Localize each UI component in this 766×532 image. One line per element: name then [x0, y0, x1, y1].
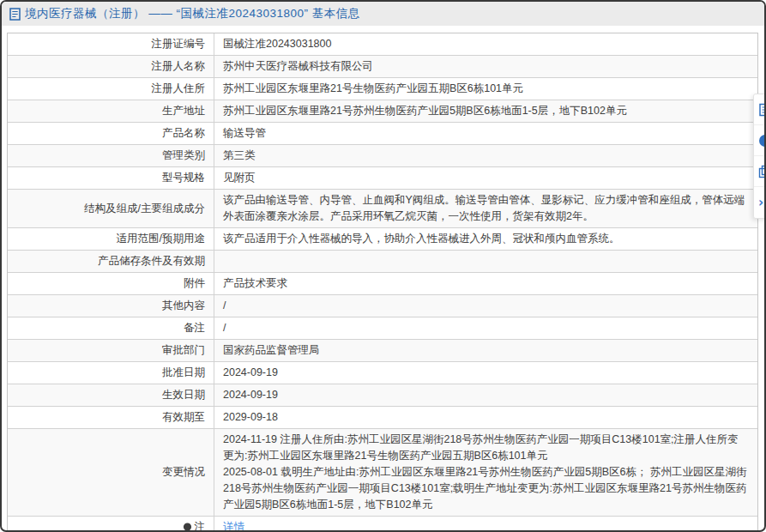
row-label: 结构及组成/主要组成成分: [8, 190, 214, 227]
details-link[interactable]: 详情: [223, 519, 244, 532]
row-label: 型号规格: [8, 167, 214, 189]
row-label: 注册人住所: [8, 78, 214, 100]
row-value: 2029-09-18: [214, 407, 757, 428]
row-label-text: 生效日期: [162, 387, 205, 403]
row-label: 注: [8, 517, 214, 532]
table-row: 产品储存条件及有效期: [8, 251, 757, 273]
table-row: 审批部门国家药品监督管理局: [8, 340, 757, 362]
table-row: 变更情况2024-11-19 注册人住所由:苏州工业园区星湖街218号苏州生物医…: [8, 429, 757, 517]
row-label-text: 附件: [184, 275, 205, 292]
row-label-text: 适用范围/预期用途: [117, 231, 205, 247]
row-value: /: [214, 317, 757, 339]
browser-page: 境内医疗器械（注册） —— “国械注准20243031800” 基本信息 注册证…: [0, 0, 766, 532]
row-label: 备注: [8, 317, 214, 339]
row-label-text: 批准日期: [162, 365, 205, 381]
row-label-text: 备注: [184, 320, 205, 336]
table-row: 产品名称输送导管: [8, 123, 757, 145]
row-label-text: 注册证编号: [152, 36, 206, 52]
row-value-text: 该产品适用于介入性器械的导入，协助介入性器械进入外周、冠状和颅内血管系统。: [223, 231, 620, 247]
table-row: 注详情: [8, 517, 757, 532]
row-value-text: /: [223, 320, 226, 336]
row-value: 该产品适用于介入性器械的导入，协助介入性器械进入外周、冠状和颅内血管系统。: [214, 228, 757, 250]
row-value-text: 2024-11-19 注册人住所由:苏州工业园区星湖街218号苏州生物医药产业园…: [223, 432, 749, 513]
table-row: 有效期至2029-09-18: [8, 407, 757, 429]
row-value: 详情: [214, 517, 757, 532]
row-label-text: 其他内容: [162, 298, 205, 314]
row-label-text: 管理类别: [162, 148, 205, 164]
table-row: 生产地址苏州工业园区东堰里路21号苏州生物医药产业园5期B区6栋地面1-5层，地…: [8, 100, 757, 123]
row-label-text: 产品名称: [162, 125, 205, 142]
row-value-text: 苏州工业园区东堰里路21号生物医药产业园五期B区6栋101单元: [223, 81, 523, 97]
row-label: 批准日期: [8, 362, 214, 384]
row-value-text: 2024-09-19: [223, 365, 278, 381]
row-label: 审批部门: [8, 340, 214, 361]
copy-icon[interactable]: [754, 156, 766, 187]
row-label-text: 结构及组成/主要组成成分: [84, 201, 205, 217]
row-value: 国械注准20243031800: [214, 33, 757, 55]
row-label: 生效日期: [8, 384, 214, 406]
table-row: 注册人住所苏州工业园区东堰里路21号生物医药产业园五期B区6栋101单元: [8, 78, 757, 100]
table-row: 批准日期2024-09-19: [8, 362, 757, 384]
row-label: 生产地址: [8, 100, 214, 122]
row-label: 附件: [8, 273, 214, 294]
row-label: 适用范围/预期用途: [8, 228, 214, 250]
table-row: 型号规格见附页: [8, 167, 757, 190]
row-value: 2024-09-19: [214, 384, 757, 406]
row-value-text: 2029-09-18: [223, 409, 278, 426]
table-row: 适用范围/预期用途该产品适用于介入性器械的导入，协助介入性器械进入外周、冠状和颅…: [8, 228, 757, 251]
row-label-text: 产品储存条件及有效期: [98, 253, 205, 269]
row-value: 产品技术要求: [214, 273, 757, 294]
row-value: 苏州工业园区东堰里路21号苏州生物医药产业园5期B区6栋地面1-5层，地下B10…: [214, 100, 757, 122]
row-value-text: 见附页: [223, 170, 256, 186]
row-label-text: 注册人名称: [152, 58, 206, 75]
row-value: 国家药品监督管理局: [214, 340, 757, 361]
table-row: 其他内容/: [8, 295, 757, 317]
row-value: 苏州工业园区东堰里路21号生物医药产业园五期B区6栋101单元: [214, 78, 757, 100]
row-label: 变更情况: [8, 429, 214, 516]
row-value-text: 该产品由输送导管、内导管、止血阀和Y阀组成。输送导管由管体、显影标记、应力缓冲管…: [223, 192, 749, 225]
row-value-text: 苏州工业园区东堰里路21号苏州生物医药产业园5期B区6栋地面1-5层，地下B10…: [223, 103, 627, 119]
row-value: 2024-11-19 注册人住所由:苏州工业园区星湖街218号苏州生物医药产业园…: [214, 429, 757, 516]
row-value: 2024-09-19: [214, 362, 757, 384]
row-value-text: 苏州中天医疗器械科技有限公司: [223, 58, 373, 75]
row-value-text: 国械注准20243031800: [223, 36, 331, 52]
row-label: 管理类别: [8, 145, 214, 166]
row-value: 该产品由输送导管、内导管、止血阀和Y阀组成。输送导管由管体、显影标记、应力缓冲管…: [214, 190, 757, 227]
row-label-text: 变更情况: [162, 464, 205, 481]
table-row: 注册人名称苏州中天医疗器械科技有限公司: [8, 56, 757, 78]
row-label: 产品储存条件及有效期: [8, 251, 214, 272]
row-label-text: 注: [195, 519, 206, 532]
row-value: 第三类: [214, 145, 757, 166]
row-label: 注册证编号: [8, 33, 214, 55]
row-label-text: 有效期至: [162, 409, 205, 426]
table-row: 注册证编号国械注准20243031800: [8, 33, 757, 56]
chevron-right-icon[interactable]: ›: [754, 187, 766, 218]
table-row: 生效日期2024-09-19: [8, 384, 757, 407]
row-value-text: 第三类: [223, 148, 256, 164]
row-label: 其他内容: [8, 295, 214, 317]
note-icon: [183, 523, 192, 532]
row-value-text: /: [223, 298, 226, 314]
row-label: 产品名称: [8, 123, 214, 144]
row-value-text: 输送导管: [223, 125, 266, 142]
row-value: 苏州中天医疗器械科技有限公司: [214, 56, 757, 77]
floating-side-toolbar: ›: [753, 94, 766, 219]
row-label-text: 审批部门: [162, 342, 205, 359]
row-value: [214, 251, 757, 272]
row-value-text: 产品技术要求: [223, 275, 287, 292]
row-label-text: 型号规格: [162, 170, 205, 186]
row-value: 见附页: [214, 167, 757, 189]
circle-badge-icon[interactable]: [754, 125, 766, 156]
row-value-text: 国家药品监督管理局: [223, 342, 320, 359]
table-row: 备注/: [8, 317, 757, 340]
document-icon: [9, 8, 21, 21]
page-title: 境内医疗器械（注册） —— “国械注准20243031800” 基本信息: [25, 6, 360, 21]
document-icon[interactable]: [754, 94, 766, 125]
row-label: 有效期至: [8, 407, 214, 428]
registration-info-table: 注册证编号国械注准20243031800注册人名称苏州中天医疗器械科技有限公司注…: [7, 33, 758, 532]
row-label-text: 生产地址: [162, 103, 205, 119]
page-header: 境内医疗器械（注册） —— “国械注准20243031800” 基本信息: [2, 2, 764, 26]
row-value-text: 2024-09-19: [223, 387, 278, 403]
table-row: 结构及组成/主要组成成分该产品由输送导管、内导管、止血阀和Y阀组成。输送导管由管…: [8, 190, 757, 228]
row-label-text: 注册人住所: [152, 81, 206, 97]
